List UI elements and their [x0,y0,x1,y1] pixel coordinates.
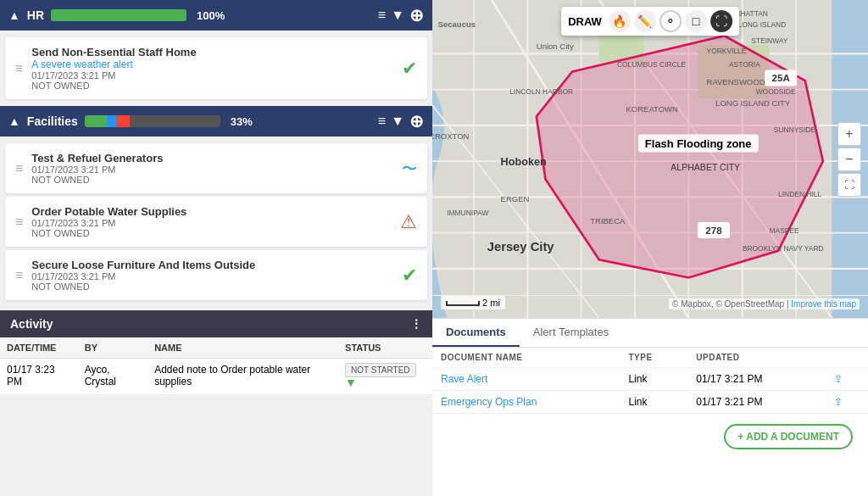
facilities-filter-icon[interactable]: ▼ [391,114,404,129]
task-title: Secure Loose Furniture And Items Outside [31,259,393,271]
facilities-add-icon[interactable]: ⊕ [409,111,424,131]
improve-map-link[interactable]: Improve this map [791,299,856,309]
task-status-check: ✔ [402,58,417,80]
drag-icon: ≡ [15,268,23,283]
svg-text:SUNNYSIDE: SUNNYSIDE [774,125,816,134]
doc-type-0: Link [620,368,687,391]
col-datetime: DATE/TIME [0,337,78,359]
zoom-extent-button[interactable]: ⛶ [837,173,861,197]
svg-text:KOREATOWN: KOREATOWN [626,104,678,114]
hr-sort-icon[interactable]: ≡ [378,8,386,23]
svg-text:Jersey City: Jersey City [487,240,555,254]
drag-icon: ≡ [15,215,23,230]
activity-header: Activity ⋮ [0,310,432,337]
task-status-pulse: 〜 [402,159,417,179]
docs-table: DOCUMENT NAME TYPE UPDATED Rave Alert Li… [432,348,868,414]
hr-section-icons: ≡ ▼ ⊕ [378,5,424,25]
draw-fire-tool[interactable]: 🔥 [609,10,631,32]
svg-text:LONG ISLAND: LONG ISLAND [738,20,787,29]
doc-updated-1: 01/17 3:21 PM [687,391,826,414]
add-document-button[interactable]: + ADD A DOCUMENT [724,424,853,449]
facilities-chevron-icon[interactable]: ▲ [8,114,20,128]
task-meta-date: 01/17/2023 3:21 PM [31,70,393,81]
hr-section-header: ▲ HR 100% ≡ ▼ ⊕ [0,0,432,31]
draw-maximize-tool[interactable]: ⛶ [710,10,732,32]
task-meta-owner: NOT OWNED [31,175,393,185]
map-scale: 2 mi [441,296,505,309]
svg-text:MASPEE: MASPEE [769,226,799,235]
hr-section-label: HR [27,8,44,22]
doc-row-1: Emergency Ops Plan Link 01/17 3:21 PM ⇪ [432,391,868,414]
task-meta-owner: NOT OWNED [31,81,393,91]
hr-progress-label: 100% [197,9,225,22]
task-title: Test & Refuel Generators [31,152,393,164]
svg-text:LONG ISLAND CITY: LONG ISLAND CITY [715,98,791,108]
check-icon: ✔ [402,58,417,79]
draw-label: DRAW [568,15,602,28]
svg-text:BROOKLYN NAVY YARD: BROOKLYN NAVY YARD [743,244,824,253]
hr-chevron-icon[interactable]: ▲ [8,8,20,22]
hr-filter-icon[interactable]: ▼ [391,8,404,23]
task-card-facilities-2: ≡ Secure Loose Furniture And Items Outsi… [5,250,427,300]
docs-panel: Documents Alert Templates DOCUMENT NAME … [432,318,868,496]
draw-toolbar: DRAW 🔥 ✏️ ⚬ □ ⛶ [561,7,739,36]
task-meta-date: 01/17/2023 3:21 PM [31,164,393,175]
activity-name: Added note to Order potable water suppli… [147,359,338,395]
doc-name-0[interactable]: Rave Alert [432,368,620,391]
activity-datetime: 01/17 3:23 PM [0,359,78,395]
activity-menu-icon[interactable]: ⋮ [410,317,422,331]
draw-circle-tool[interactable]: ⚬ [659,10,682,32]
svg-text:STEINWAY: STEINWAY [751,36,787,45]
map-container[interactable]: 278 25A Secaucus Union City MANHATTAN LO… [432,0,868,318]
col-name: NAME [147,337,338,359]
tab-documents[interactable]: Documents [432,319,520,347]
facilities-progress-bar [85,115,220,127]
zoom-out-button[interactable]: − [837,148,861,171]
task-info: Order Potable Water Supplies 01/17/2023 … [31,205,392,238]
zoom-in-button[interactable]: + [837,122,861,146]
svg-text:278: 278 [705,225,722,236]
task-info: Send Non-Essential Staff Home A severe w… [31,46,393,91]
hr-add-icon[interactable]: ⊕ [409,5,424,25]
doc-share-0[interactable]: ⇪ [826,368,868,391]
facilities-sort-icon[interactable]: ≡ [378,114,386,129]
attribution-text: © Mapbox, © OpenStreetMap [672,299,784,309]
svg-text:WOODSIDE: WOODSIDE [756,87,796,96]
draw-pencil-tool[interactable]: ✏️ [634,10,656,32]
task-subtitle[interactable]: A severe weather alert [31,59,393,70]
warning-icon: ⚠ [400,211,417,232]
doc-row-0: Rave Alert Link 01/17 3:21 PM ⇪ [432,368,868,391]
map-background: 278 25A Secaucus Union City MANHATTAN LO… [432,0,868,318]
pulse-icon: 〜 [402,160,417,177]
svg-text:Secaucus: Secaucus [438,20,476,29]
facilities-section-icons: ≡ ▼ ⊕ [378,111,424,131]
hr-progress-bar [51,9,186,21]
svg-text:RAVENSWOOD: RAVENSWOOD [707,77,765,86]
check-icon: ✔ [402,265,417,286]
draw-rect-tool[interactable]: □ [685,10,707,32]
share-icon: ⇪ [834,396,843,408]
task-meta-date: 01/17/2023 3:21 PM [31,218,392,228]
scale-label: 2 mi [482,298,500,308]
col-doc-type: TYPE [620,348,687,368]
drag-icon: ≡ [15,61,23,76]
task-status-check2: ✔ [402,265,417,287]
share-icon: ⇪ [834,373,843,385]
task-meta-owner: NOT OWNED [31,281,393,292]
svg-text:YORKVILLE: YORKVILLE [707,47,747,55]
tab-alert-templates[interactable]: Alert Templates [520,319,622,347]
activity-by: Ayco, Crystal [78,359,147,395]
drag-icon: ≡ [15,161,23,176]
task-title: Send Non-Essential Staff Home [31,46,393,59]
hr-progress-fill [51,9,186,21]
col-doc-name: DOCUMENT NAME [432,348,620,368]
svg-text:LINDEN HILL: LINDEN HILL [778,190,821,198]
activity-label: Activity [10,317,53,331]
task-title: Order Potable Water Supplies [31,205,392,218]
status-arrow-icon[interactable]: ▼ [345,376,357,389]
svg-text:CROXTON: CROXTON [432,131,470,141]
doc-type-1: Link [620,391,687,414]
doc-updated-0: 01/17 3:21 PM [687,368,826,391]
doc-share-1[interactable]: ⇪ [826,391,868,414]
doc-name-1[interactable]: Emergency Ops Plan [432,391,620,414]
